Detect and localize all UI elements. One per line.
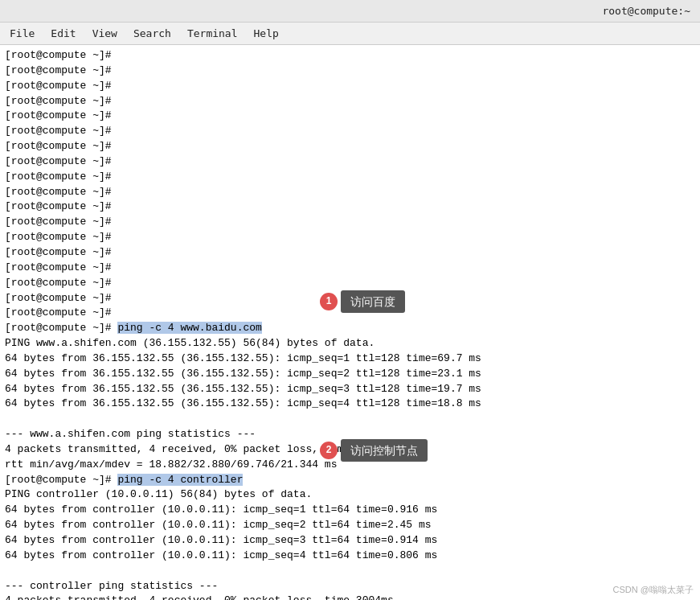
cmd-ping-baidu: [root@compute ~]# ping -c 4 www.baidu.co… — [5, 321, 695, 336]
output-line: 64 bytes from 36.155.132.55 (36.155.132.… — [5, 382, 695, 397]
prompt-line: [root@compute ~]# — [5, 109, 695, 124]
output-line: 64 bytes from 36.155.132.55 (36.155.132.… — [5, 351, 695, 367]
prompt-line: [root@compute ~]# — [5, 199, 695, 215]
prompt-line: [root@compute ~]# — [5, 154, 695, 170]
annotation-label-2: 访问控制节点 — [341, 439, 428, 462]
prompt-line: [root@compute ~]# — [5, 64, 695, 79]
output-line: PING controller (10.0.0.11) 56(84) bytes… — [5, 487, 695, 503]
output-line: --- controller ping statistics --- — [5, 579, 695, 594]
prompt-line: [root@compute ~]# — [5, 124, 695, 139]
output-line: 64 bytes from controller (10.0.0.11): ic… — [5, 518, 695, 533]
output-line: 64 bytes from controller (10.0.0.11): ic… — [5, 503, 695, 518]
output-line: 64 bytes from controller (10.0.0.11): ic… — [5, 549, 695, 564]
prompt-line: [root@compute ~]# — [5, 276, 695, 291]
output-line: 4 packets transmitted, 4 received, 0% pa… — [5, 594, 695, 600]
title-bar: root@compute:~ — [0, 0, 700, 23]
prompt-line: [root@compute ~]# — [5, 261, 695, 276]
menu-help[interactable]: Help — [248, 26, 285, 41]
prompt-line: [root@compute ~]# — [5, 170, 695, 185]
prompt-line: [root@compute ~]# — [5, 230, 695, 245]
prompt-line: [root@compute ~]# — [5, 245, 695, 261]
prompt-line: [root@compute ~]# — [5, 215, 695, 230]
annotation-circle-1: 1 — [320, 293, 338, 310]
blank-line — [5, 564, 695, 579]
output-line: 64 bytes from 36.155.132.55 (36.155.132.… — [5, 397, 695, 412]
prompt-line: [root@compute ~]# — [5, 48, 695, 64]
title-text: root@compute:~ — [602, 5, 690, 17]
prompt-line: [root@compute ~]# — [5, 79, 695, 94]
prompt-line: [root@compute ~]# — [5, 185, 695, 200]
output-line: 64 bytes from 36.155.132.55 (36.155.132.… — [5, 367, 695, 382]
prompt-line: [root@compute ~]# — [5, 94, 695, 109]
terminal[interactable]: [root@compute ~]# [root@compute ~]# [roo… — [0, 45, 700, 600]
menu-search[interactable]: Search — [127, 26, 178, 41]
annotation-2: 2 访问控制节点 — [320, 439, 428, 462]
blank-line — [5, 412, 695, 427]
menu-file[interactable]: File — [3, 26, 41, 41]
menu-view[interactable]: View — [86, 26, 124, 41]
cmd-ping-controller: [root@compute ~]# ping -c 4 controller — [5, 473, 695, 488]
output-line: 64 bytes from controller (10.0.0.11): ic… — [5, 533, 695, 549]
menu-edit[interactable]: Edit — [44, 26, 82, 41]
menu-bar: File Edit View Search Terminal Help — [0, 23, 700, 45]
annotation-circle-2: 2 — [320, 442, 338, 459]
annotation-1: 1 访问百度 — [320, 290, 405, 313]
menu-terminal[interactable]: Terminal — [181, 26, 244, 41]
prompt-line: [root@compute ~]# — [5, 139, 695, 154]
annotation-label-1: 访问百度 — [341, 290, 405, 313]
watermark: CSDN @嗡嗡太菜子 — [613, 584, 694, 597]
output-line: PING www.a.shifen.com (36.155.132.55) 56… — [5, 336, 695, 351]
